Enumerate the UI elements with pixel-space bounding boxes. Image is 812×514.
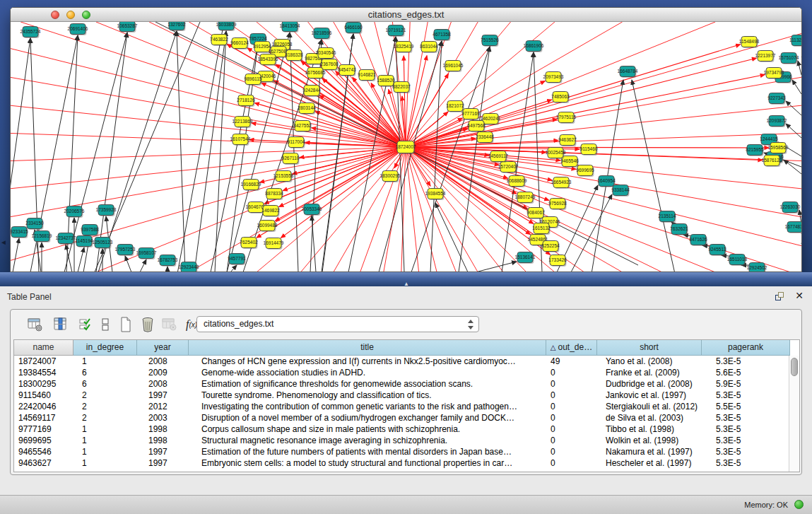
svg-text:19384554: 19384554: [425, 191, 446, 196]
memory-ok-indicator[interactable]: [794, 500, 804, 509]
table-row[interactable]: 911546021997Tourette syndrome. Phenomeno…: [14, 390, 799, 401]
table-row[interactable]: 969969511998Structural magnetic resonanc…: [14, 435, 799, 446]
svg-text:20206576: 20206576: [64, 209, 85, 214]
scrollbar-thumb[interactable]: [791, 358, 798, 376]
table-row[interactable]: 1456911722003Disruption of a novel membe…: [14, 412, 799, 424]
table-mode-icon[interactable]: [26, 315, 45, 334]
cell-out_degree: 0: [546, 378, 597, 390]
cell-in_degree: 1: [73, 457, 137, 469]
table-row[interactable]: 1830029562008Estimation of significance …: [14, 378, 799, 390]
delete-table-icon[interactable]: [160, 315, 179, 334]
svg-text:18807249: 18807249: [515, 194, 536, 199]
svg-text:12213977: 12213977: [755, 53, 776, 58]
table-row[interactable]: 946362711997Embryonic stem cells: a mode…: [14, 457, 799, 469]
cell-in_degree: 1: [73, 424, 137, 435]
table-panel-container: f(x) citations_edges.txt namein_degreeye…: [10, 309, 802, 475]
svg-text:1244415: 1244415: [760, 136, 778, 141]
svg-text:2334150: 2334150: [25, 221, 44, 226]
cell-title: Tourette syndrome. Phenomenology and cla…: [189, 390, 546, 401]
cell-out_degree: 0: [546, 457, 597, 469]
svg-text:17359928: 17359928: [96, 207, 117, 212]
cell-out_degree: 0: [546, 446, 597, 457]
cell-name: 9777169: [14, 424, 73, 435]
close-panel-icon[interactable]: ✕: [795, 290, 804, 301]
svg-text:17957253: 17957253: [115, 247, 136, 252]
svg-text:12342737: 12342737: [56, 235, 76, 240]
table-row[interactable]: 1938455462009Genome-wide association stu…: [14, 367, 799, 378]
svg-text:20691406: 20691406: [68, 26, 88, 31]
svg-text:9699695: 9699695: [576, 168, 594, 173]
delete-column-icon[interactable]: [139, 315, 157, 334]
node-table: namein_degreeyeartitle△out_de…shortpager…: [13, 339, 800, 472]
cell-pagerank: 5.3E-5: [702, 412, 790, 424]
vertical-scrollbar[interactable]: [789, 356, 799, 472]
svg-text:9777169: 9777169: [461, 111, 480, 116]
svg-text:9245513: 9245513: [708, 247, 726, 252]
cell-name: 9463627: [14, 457, 73, 469]
cell-in_degree: 2: [73, 390, 137, 401]
svg-text:9397588: 9397588: [81, 227, 99, 232]
cell-short: Hescheler et al. (1997): [597, 457, 702, 469]
cell-out_degree: 0: [546, 401, 597, 412]
svg-text:16782753: 16782753: [158, 257, 178, 262]
svg-text:8454743: 8454743: [338, 67, 356, 72]
cell-year: 1998: [137, 435, 189, 446]
svg-text:9084067: 9084067: [526, 210, 545, 215]
table-row[interactable]: 1872400712008Changes of HCN gene express…: [14, 356, 799, 367]
cell-title: Changes of HCN gene expression and I(f) …: [189, 356, 546, 367]
column-header-name[interactable]: name: [14, 340, 73, 356]
citation-network-graph[interactable]: 2435572420691406106532871327602160338097…: [11, 22, 801, 272]
pan-left-arrow-icon[interactable]: ◄: [0, 239, 7, 246]
cell-year: 1997: [137, 446, 189, 457]
cell-name: 9465546: [14, 446, 73, 457]
svg-text:12923448: 12923448: [179, 264, 199, 269]
column-header-year[interactable]: year: [137, 340, 189, 356]
svg-text:6497568: 6497568: [467, 123, 486, 128]
new-column-icon[interactable]: [117, 315, 135, 334]
cell-short: Stergiakouli et al. (2012): [597, 401, 702, 412]
network-canvas[interactable]: 2435572420691406106532871327602160338097…: [11, 22, 801, 272]
svg-text:12213869: 12213869: [233, 119, 253, 124]
cell-in_degree: 1: [73, 356, 137, 367]
cell-pagerank: 5.3E-5: [702, 435, 790, 446]
table-row[interactable]: 2242004622012Investigating the contribut…: [14, 401, 799, 412]
column-header-out_degree[interactable]: △out_de…: [546, 340, 597, 356]
cell-out_degree: 0: [546, 367, 597, 378]
column-header-short[interactable]: short: [597, 340, 702, 356]
svg-text:18543396: 18543396: [258, 57, 278, 62]
svg-text:18300295: 18300295: [380, 173, 401, 178]
column-header-title[interactable]: title: [189, 340, 546, 356]
svg-text:15876123: 15876123: [762, 158, 782, 163]
float-window-icon[interactable]: [775, 292, 785, 301]
row-height-icon[interactable]: [96, 315, 114, 334]
table-panel: Table Panel ✕: [0, 286, 812, 495]
svg-text:9233415: 9233415: [11, 229, 28, 234]
status-bar: Memory: OK: [0, 495, 812, 514]
svg-text:7485063: 7485063: [551, 94, 570, 99]
table-selector-dropdown[interactable]: citations_edges.txt: [196, 316, 479, 332]
svg-text:12263030: 12263030: [780, 204, 801, 209]
svg-text:10688609: 10688609: [507, 178, 527, 183]
svg-text:16654923: 16654923: [551, 180, 572, 185]
cell-pagerank: 5.9E-5: [702, 378, 790, 390]
svg-text:16107544: 16107544: [230, 136, 251, 141]
cell-out_degree: 0: [546, 435, 597, 446]
svg-text:1821072: 1821072: [446, 103, 464, 108]
svg-text:19218596: 19218596: [312, 30, 332, 35]
select-columns-icon[interactable]: [76, 315, 94, 334]
cell-in_degree: 1: [73, 435, 137, 446]
cell-title: Embryonic stem cells: a model to study s…: [189, 457, 546, 469]
svg-text:7857224: 7857224: [249, 36, 267, 41]
svg-text:16914479: 16914479: [264, 240, 284, 245]
cell-title: Investigating the contribution of common…: [189, 401, 546, 412]
table-row[interactable]: 946554611997Estimation of the future num…: [14, 446, 799, 457]
network-window-titlebar[interactable]: citations_edges.txt: [11, 8, 801, 22]
memory-status-label: Memory: OK: [744, 501, 788, 509]
column-header-pagerank[interactable]: pagerank: [702, 340, 790, 356]
column-header-in_degree[interactable]: in_degree: [73, 340, 137, 356]
show-column-icon[interactable]: [52, 315, 70, 334]
table-row[interactable]: 977716911998Corpus callosum shape and si…: [14, 424, 799, 435]
cell-short: Franke et al. (2009): [597, 367, 702, 378]
svg-text:7463822: 7463822: [210, 37, 228, 42]
cell-year: 2008: [137, 356, 189, 367]
